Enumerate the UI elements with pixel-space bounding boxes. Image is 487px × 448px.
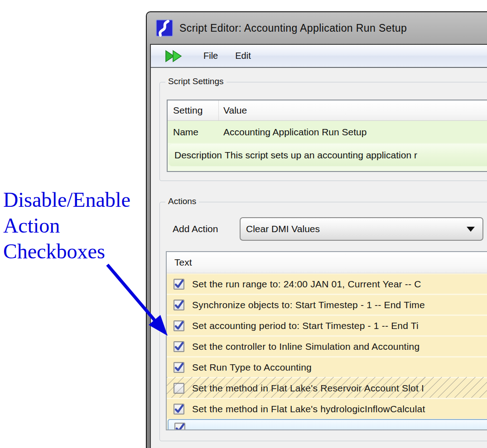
script-settings-group: Script Settings Setting Value Name Accou… [159,82,487,181]
actions-list-body: Set the run range to: 24:00 JAN 01, Curr… [167,274,487,419]
menu-file[interactable]: File [203,51,218,61]
action-row[interactable]: Set the run range to: 24:00 JAN 01, Curr… [167,274,487,294]
actions-list: Text Set the run range to: 24:00 JAN 01,… [166,251,487,430]
menu-edit[interactable]: Edit [235,51,251,61]
add-action-combobox[interactable]: Clear DMI Values [240,217,483,241]
action-row[interactable]: Set accounting period to: Start Timestep… [167,316,487,335]
window-content: File Edit Script Settings Setting Value … [150,44,487,448]
annotation-line-3: Checkboxes [3,238,130,264]
settings-table-header: Setting Value [168,100,487,121]
action-row[interactable]: Set Run Type to Accounting [167,357,487,377]
action-checkbox[interactable] [174,279,184,290]
action-text: Set Run Type to Accounting [192,362,312,373]
action-text: Synchronize objects to: Start Timestep -… [192,300,425,310]
menu-bar: File Edit [151,45,487,68]
action-checkbox[interactable] [174,320,184,331]
action-checkbox[interactable] [174,423,185,430]
settings-table-body: Name Accounting Application Run Setup De… [168,121,487,167]
action-row[interactable]: Set the method in Flat Lake's hydrologic… [167,399,487,419]
script-settings-table: Setting Value Name Accounting Applicatio… [167,100,487,172]
action-checkbox[interactable] [174,300,184,310]
action-text: Set the controller to Inline Simulation … [192,341,419,352]
add-action-selected-value: Clear DMI Values [241,224,467,234]
script-editor-window: Script Editor: Accounting Application Ru… [146,11,487,448]
setting-value-cell: Accounting Application Run Setup [219,127,366,138]
settings-header-value: Value [219,105,247,116]
action-checkbox[interactable] [174,362,184,373]
chevron-down-icon [467,227,475,232]
settings-table-row[interactable]: Description This script sets up an accou… [169,143,487,167]
setting-name-cell: Name [168,127,219,138]
action-text: Set accounting period to: Start Timestep… [192,320,419,331]
actions-label: Actions [165,196,199,206]
action-checkbox[interactable] [174,383,184,394]
action-text: Set the method in Flat Lake's hydrologic… [192,404,425,415]
script-settings-label: Script Settings [165,76,227,86]
screenshot-stage: Script Editor: Accounting Application Ru… [0,0,487,448]
fast-forward-icon[interactable] [164,49,185,63]
action-text: Set the method in Flat Lake's Reservoir … [192,383,424,394]
action-checkbox[interactable] [174,404,184,415]
annotation-text: Disable/Enable Action Checkboxes [3,187,130,264]
settings-header-setting: Setting [168,100,219,120]
action-row-partial-selected[interactable] [168,419,487,430]
action-row[interactable]: Set the method in Flat Lake's Reservoir … [167,378,487,398]
action-row[interactable]: Set the controller to Inline Simulation … [167,337,487,356]
action-text: Set the run range to: 24:00 JAN 01, Curr… [192,279,421,290]
annotation-line-1: Disable/Enable [3,187,130,213]
window-titlebar[interactable]: Script Editor: Accounting Application Ru… [150,12,487,44]
setting-value-cell: This script sets up an accounting applic… [220,150,417,161]
setting-name-cell: Description [169,150,220,161]
action-checkbox[interactable] [174,341,184,352]
actions-group: Actions Add Action Clear DMI Values Text… [159,202,487,441]
settings-table-row[interactable]: Name Accounting Application Run Setup [168,121,487,143]
annotation-line-2: Action [3,213,130,238]
window-title: Script Editor: Accounting Application Ru… [179,22,407,34]
add-action-label: Add Action [173,224,218,234]
action-row[interactable]: Synchronize objects to: Start Timestep -… [167,295,487,315]
actions-list-header: Text [167,252,487,273]
riverware-logo-icon [156,19,173,37]
